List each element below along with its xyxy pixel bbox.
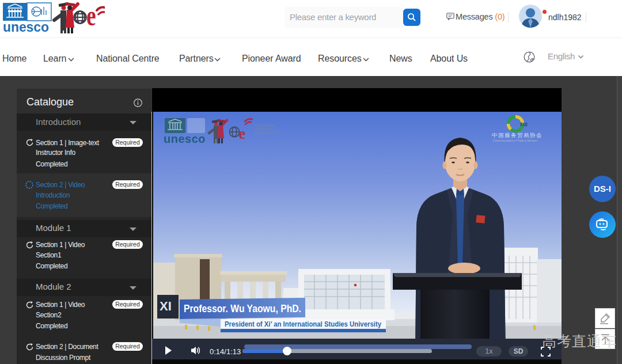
svg-text:中国服务贸易协会: 中国服务贸易协会 [492,132,543,138]
svg-text:XI: XI [160,299,172,313]
svg-text:TIS: TIS [519,122,528,127]
svg-text:unesco: unesco [3,19,49,33]
svg-text:Professor. Wu Yaowu, PhD.: Professor. Wu Yaowu, PhD. [184,303,301,314]
svg-text:unesco: unesco [164,132,206,145]
svg-text:ONLINE EDUCATION: ONLINE EDUCATION [255,131,280,134]
svg-text:e: e [86,2,96,32]
svg-text:e: e [238,125,245,142]
svg-text:INTERNATIONAL: INTERNATIONAL [255,124,275,127]
svg-text:President of Xi’ an Internatio: President of Xi’ an International Studie… [225,320,382,328]
svg-text:China Association of Trade in: China Association of Trade in Services [493,139,538,142]
svg-text:INSTITUTE OF: INSTITUTE OF [255,128,272,131]
